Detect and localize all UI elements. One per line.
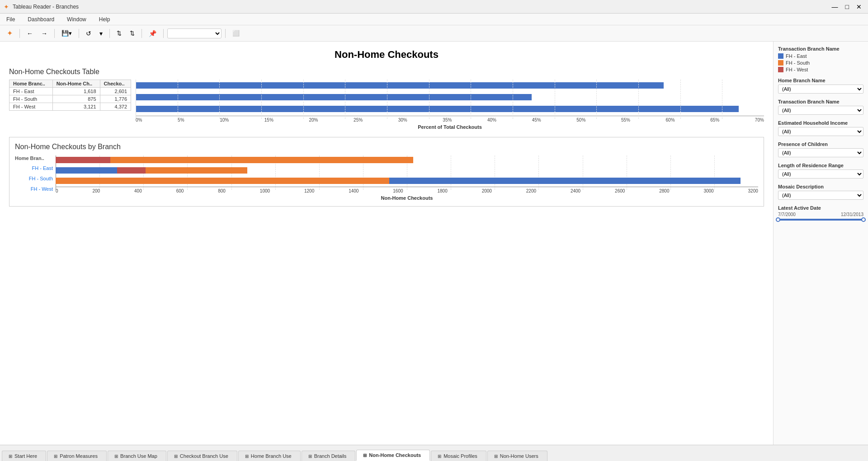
tab-branch-use-map[interactable]: ⊞ Branch Use Map — [108, 451, 166, 461]
bottom-section: Non-Home Checkouts by Branch Home Bran..… — [9, 137, 764, 207]
view-dropdown[interactable] — [167, 28, 222, 38]
x-tick-65: 65% — [710, 118, 719, 122]
tab-label-branch-details: Branch Details — [314, 453, 347, 459]
btick-400: 400 — [134, 188, 142, 193]
maximize-button[interactable]: □ — [843, 2, 852, 11]
bottom-x-axis-label: Non-Home Checkouts — [56, 195, 758, 201]
present-button[interactable]: ⬜ — [229, 28, 243, 38]
tab-patron-measures[interactable]: ⊞ Patron Measures — [47, 451, 107, 461]
tab-mosaic-profiles[interactable]: ⊞ Mosaic Profiles — [431, 451, 486, 461]
branch-label-east: FH - East — [15, 164, 56, 173]
row2-branch: FH - South — [9, 95, 53, 103]
x-tick-0: 0% — [136, 118, 142, 122]
legend-color-west — [778, 67, 783, 72]
y-axis-area: Home Bran.. FH - East FH - South FH - We… — [15, 155, 56, 195]
filter-label-household-income: Estimated Household Income — [778, 120, 863, 126]
top-section-title: Non-Home Checkouts Table — [9, 68, 764, 76]
tab-label-mosaic-profiles: Mosaic Profiles — [443, 453, 477, 459]
table-row: FH - South 875 1,776 — [9, 95, 131, 103]
tab-checkout-branch-use[interactable]: ⊞ Checkout Branch Use — [167, 451, 237, 461]
bar-row-south — [136, 92, 764, 102]
pin-button[interactable]: 📌 — [146, 28, 160, 39]
col-header-checkouts: Checko.. — [100, 80, 131, 88]
menu-help[interactable]: Help — [96, 15, 113, 24]
tab-non-home-checkouts[interactable]: ⊞ Non-Home Checkouts — [356, 450, 430, 461]
btick-3200: 3200 — [748, 188, 758, 193]
x-tick-5: 5% — [178, 118, 184, 122]
toolbar-separator-4 — [109, 29, 110, 38]
tab-icon-home-branch-use: ⊞ — [245, 454, 249, 459]
tab-icon-non-home-checkouts: ⊞ — [363, 453, 367, 458]
sort-asc-button[interactable]: ⇅ — [113, 28, 125, 38]
sort-desc-button[interactable]: ⇅ — [127, 28, 138, 38]
back-button[interactable]: ← — [24, 28, 36, 39]
branch-label-west: FH - West — [15, 184, 56, 193]
main-area: Non-Home Checkouts Non-Home Checkouts Ta… — [0, 42, 868, 445]
minimize-button[interactable]: — — [829, 2, 841, 11]
chart-area: 0% 5% 10% 15% 20% 25% 30% 35% 40% 45% 50… — [136, 80, 764, 130]
legend-label-south: FH - South — [786, 60, 810, 66]
filter-label-home-branch: Home Branch Name — [778, 78, 863, 83]
toolbar-separator-5 — [142, 29, 142, 38]
home-button[interactable]: ✦ — [4, 27, 16, 39]
menu-file[interactable]: File — [4, 15, 18, 24]
x-axis-label: Percent of Total Checkouts — [136, 124, 764, 130]
date-slider-fill — [778, 219, 863, 221]
legend-color-east — [778, 53, 783, 59]
bottom-x-axis: 0 200 400 600 800 1000 1200 1400 1600 18… — [56, 187, 758, 193]
toolbar-separator-6 — [163, 29, 164, 38]
window-title: Tableau Reader - Branches — [13, 4, 79, 10]
bar-west-orange — [56, 178, 389, 184]
bottom-bar-east — [56, 155, 758, 165]
tab-home-branch-use[interactable]: ⊞ Home Branch Use — [238, 451, 301, 461]
row3-branch: FH - West — [9, 103, 53, 111]
filter-select-transaction-branch[interactable]: (All) — [778, 106, 863, 115]
filter-select-mosaic[interactable]: (All) — [778, 191, 863, 200]
bar-south-orange — [146, 167, 247, 174]
x-tick-60: 60% — [666, 118, 675, 122]
y-axis-title: Home Bran.. — [15, 155, 56, 161]
bar-west-blue — [389, 178, 741, 184]
tab-label-checkout-branch-use: Checkout Branch Use — [180, 453, 228, 459]
filter-select-residence-range[interactable]: (All) — [778, 169, 863, 179]
bottom-chart-content: Home Bran.. FH - East FH - South FH - We… — [15, 155, 758, 201]
tab-label-branch-use-map: Branch Use Map — [120, 453, 157, 459]
btick-200: 200 — [92, 188, 100, 193]
row3-checkouts: 4,372 — [100, 103, 131, 111]
btick-1400: 1400 — [349, 188, 359, 193]
row1-branch: FH - East — [9, 88, 53, 95]
x-tick-50: 50% — [576, 118, 585, 122]
close-button[interactable]: ✕ — [854, 2, 864, 11]
tab-start-here[interactable]: ⊞ Start Here — [2, 451, 46, 461]
menu-dashboard[interactable]: Dashboard — [25, 15, 57, 24]
row3-nonhome: 3,121 — [52, 103, 100, 111]
data-table: Home Branc.. Non-Home Ch.. Checko.. FH -… — [9, 80, 131, 111]
date-slider-left-thumb[interactable] — [776, 217, 780, 222]
menu-window[interactable]: Window — [64, 15, 89, 24]
row2-checkouts: 1,776 — [100, 95, 131, 103]
btick-0: 0 — [56, 188, 58, 193]
save-button[interactable]: 💾▾ — [58, 28, 75, 38]
bottom-bar-south — [56, 166, 758, 175]
tab-branch-details[interactable]: ⊞ Branch Details — [302, 451, 356, 461]
btick-1000: 1000 — [260, 188, 270, 193]
tab-non-home-users[interactable]: ⊞ Non-Home Users — [487, 451, 547, 461]
bottom-x-ticks: 0 200 400 600 800 1000 1200 1400 1600 18… — [56, 188, 758, 193]
bar-south — [136, 94, 532, 100]
page-title: Non-Home Checkouts — [9, 49, 764, 61]
x-tick-40: 40% — [487, 118, 496, 122]
btick-800: 800 — [218, 188, 226, 193]
date-slider-track — [778, 219, 863, 221]
refresh-button[interactable]: ↺ — [83, 28, 94, 39]
filter-select-home-branch[interactable]: (All) — [778, 85, 863, 94]
filter-select-children[interactable]: (All) — [778, 148, 863, 157]
row2-nonhome: 875 — [52, 95, 100, 103]
bar-east — [136, 82, 664, 89]
refresh-dropdown[interactable]: ▾ — [96, 28, 106, 39]
tab-icon-branch-details: ⊞ — [308, 454, 312, 459]
btick-1600: 1600 — [393, 188, 403, 193]
forward-button[interactable]: → — [38, 28, 51, 39]
date-slider-right-thumb[interactable] — [861, 217, 866, 222]
bar-row-east — [136, 80, 764, 90]
filter-select-household-income[interactable]: (All) — [778, 127, 863, 136]
